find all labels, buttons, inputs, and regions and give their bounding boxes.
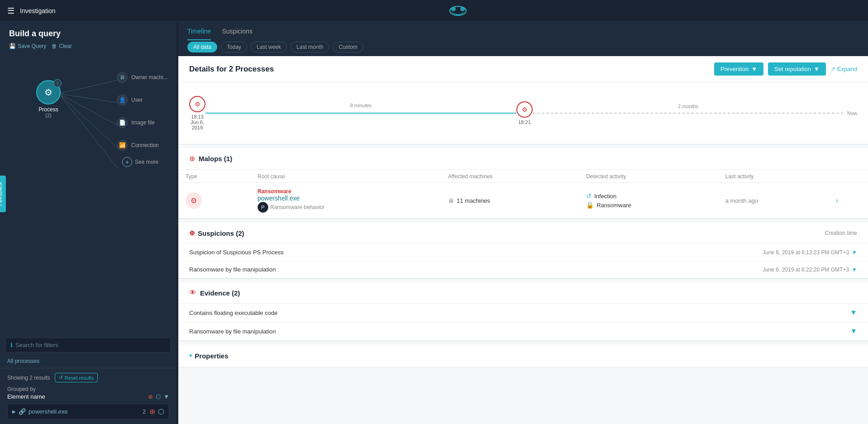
suspicion-row-1[interactable]: Suspicion of Suspicious PS Process June … [178, 244, 868, 261]
evidence-eye-icon: 👁 [189, 289, 196, 297]
detail-header: Details for 2 Processes Prevention ▼ Set… [178, 56, 868, 82]
connected-node-owner[interactable]: 🖥 Owner machi... [117, 72, 168, 83]
suspicion-row-2[interactable]: Ransomware by file manipulation June 6, … [178, 261, 868, 278]
date-last-month[interactable]: Last month [291, 42, 329, 52]
dropdown-icon[interactable]: ▼ [163, 393, 169, 400]
timeline-gap-label-1: 8 minutes [350, 103, 372, 108]
search-filters-input[interactable]: ℹ Search for filters [5, 338, 171, 353]
query-header: Build a query 💾 Save Query 🗑 Clear [0, 22, 176, 53]
malop-activity-cell: ↺ Infection 🔒 Ransomware [579, 183, 718, 219]
process-node[interactable]: ⚙ ▽ Process (2) [36, 80, 61, 118]
mid-gear-icon: ⚙ [522, 106, 528, 113]
see-more-icon: + [122, 157, 132, 167]
main-layout: Build a query 💾 Save Query 🗑 Clear [0, 22, 868, 424]
ransomware-lock-icon: 🔒 [586, 201, 594, 209]
feedback-tab[interactable]: Feedback [0, 176, 6, 212]
suspicion-time-2: June 6, 2019 at 6:22:20 PM GMT+3 ▼ [763, 267, 857, 273]
prevention-button[interactable]: Prevention ▼ [714, 62, 763, 76]
col-detected: Detected activity [579, 170, 718, 183]
detail-actions: Prevention ▼ Set reputation ▼ ↗ Expand [714, 62, 857, 76]
result-row[interactable]: ▶ 🔗 powershell.exe 2 ⊕ ⬡ [7, 404, 169, 419]
svg-point-2 [460, 7, 465, 11]
properties-bar: • Properties [178, 345, 868, 367]
evidence-section: 👁 Evidence (2) Contains floating executa… [178, 282, 868, 341]
malop-chevron-cell[interactable]: › [829, 183, 868, 219]
owner-machine-icon: 🖥 [117, 72, 128, 83]
evidence-row-1[interactable]: Contains floating executable code ▼ [178, 304, 868, 322]
malop-icon-wrap: ⚙ [186, 192, 243, 209]
results-section: Showing 2 results ↺ Reset results Groupe… [0, 368, 176, 424]
date-today[interactable]: Today [221, 42, 247, 52]
col-affected: Affected machines [441, 170, 579, 183]
date-all-data[interactable]: All data [187, 42, 217, 52]
process-node-label: Process [38, 106, 58, 113]
malops-section-title: Malops (1) [199, 155, 232, 162]
timeline-start-dot: ⚙ [189, 96, 205, 112]
timeline-start-time: 18:13 Jun 6, 2019 [191, 114, 204, 130]
svg-line-6 [59, 94, 118, 148]
graph-connections-svg [0, 53, 176, 336]
save-query-button[interactable]: 💾 Save Query [9, 43, 46, 49]
malop-row[interactable]: ⚙ Ransomware powershell.exe P Ransomware… [178, 183, 868, 219]
evidence-section-title: Evidence (2) [200, 289, 240, 297]
svg-line-5 [59, 94, 118, 125]
see-more-node[interactable]: + See more [122, 157, 158, 167]
evidence-title-bar: 👁 Evidence (2) [178, 282, 868, 304]
timeline-now-label: Now [847, 110, 857, 116]
grouped-by-icons: ⊕ ⬡ ▼ [148, 393, 169, 400]
evidence-row-2[interactable]: Ransomware by file manipulation ▼ [178, 322, 868, 341]
timeline-mid-time: 18:21 [518, 119, 531, 125]
connection-icon: 📶 [117, 140, 128, 151]
start-gear-icon: ⚙ [195, 100, 200, 108]
reset-results-button[interactable]: ↺ Reset results [55, 373, 98, 382]
timeline-wrapper: ⚙ 18:13 Jun 6, 2019 8 minutes [189, 96, 857, 130]
malop-row-chevron-icon[interactable]: › [836, 196, 838, 204]
properties-section: • Properties [178, 345, 868, 367]
malops-section: ⊕ Malops (1) Type Root cause Affected ma… [178, 148, 868, 219]
date-custom[interactable]: Custom [333, 42, 363, 52]
timeline-gap-label-2: 2 months [678, 104, 698, 109]
search-info-icon: ℹ [10, 342, 13, 348]
app-logo [449, 5, 467, 17]
connected-node-connection[interactable]: 📶 Connection [117, 140, 159, 151]
top-nav: ☰ Investigation [0, 0, 868, 22]
grouped-by-label: Grouped by [7, 386, 169, 392]
result-element-icon: ⬡ [158, 407, 164, 416]
query-actions: 💾 Save Query 🗑 Clear [9, 43, 167, 49]
malop-type-label: Ransomware [258, 188, 434, 195]
evidence-name-2: Ransomware by file manipulation [189, 328, 276, 335]
monitor-icon: 🖥 [448, 197, 454, 204]
date-filter-bar: All data Today Last week Last month Cust… [178, 42, 868, 56]
suspicions-section: ⊕ Suspicions (2) Creation time Suspicion… [178, 223, 868, 279]
creation-time-label: Creation time [825, 230, 857, 236]
malops-icon: ⊕ [189, 154, 195, 163]
connected-node-user[interactable]: 👤 User [117, 95, 143, 105]
suspicions-header: ⊕ Suspicions (2) Creation time [178, 223, 868, 244]
col-type: Type [178, 170, 250, 183]
process-node-circle: ⚙ ▽ [36, 80, 61, 105]
right-panel: Timeline Suspicions All data Today Last … [178, 22, 868, 424]
date-last-week[interactable]: Last week [251, 42, 287, 52]
user-icon: 👤 [117, 95, 128, 105]
connected-node-image[interactable]: 📄 Image file [117, 117, 155, 128]
machines-cell: 🖥 11 machines [448, 197, 572, 204]
tab-timeline[interactable]: Timeline [187, 23, 211, 40]
suspicion-chevron-2: ▼ [852, 267, 857, 273]
set-reputation-button[interactable]: Set reputation ▼ [768, 62, 826, 76]
expand-row-icon[interactable]: ▶ [12, 409, 16, 414]
left-panel: Build a query 💾 Save Query 🗑 Clear [0, 22, 176, 424]
evidence-chevron-1: ▼ [850, 309, 857, 317]
tab-suspicions[interactable]: Suspicions [222, 23, 253, 40]
menu-icon[interactable]: ☰ [7, 6, 14, 16]
svg-line-7 [59, 94, 118, 168]
activity-infection: ↺ Infection [586, 192, 711, 200]
malops-title-bar: ⊕ Malops (1) [178, 148, 868, 170]
malop-last-activity-cell: a month ago [718, 183, 829, 219]
clear-button[interactable]: 🗑 Clear [52, 43, 72, 49]
save-icon: 💾 [9, 43, 16, 49]
expand-button[interactable]: ↗ Expand [830, 66, 857, 72]
detail-panel: Details for 2 Processes Prevention ▼ Set… [178, 56, 868, 424]
result-malop-icon: ⊕ [149, 407, 155, 416]
process-node-badge: ▽ [53, 79, 62, 87]
evidence-name-1: Contains floating executable code [189, 310, 277, 316]
